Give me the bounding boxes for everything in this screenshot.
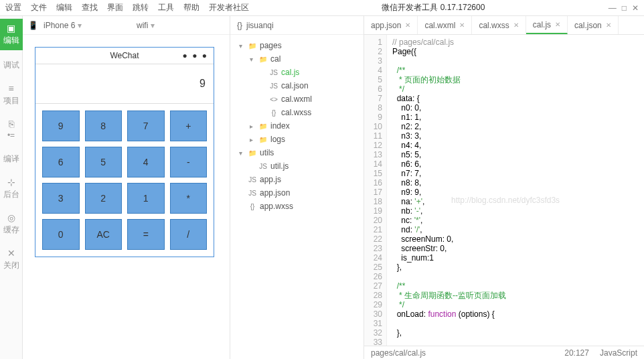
sidebar-icon: ▣ — [7, 23, 15, 33]
device-toolbar: 📱 iPhone 6 ▾ wifi ▾ — [23, 16, 230, 35]
calc-key[interactable]: 9 — [42, 111, 80, 141]
tree-node[interactable]: <>cal.wxml — [230, 92, 364, 106]
status-bar: pages/cal/cal.js 20:127 JavaScript — [364, 346, 644, 359]
file-icon: 📁 — [258, 123, 268, 130]
sidebar-item[interactable]: ▣编辑 — [0, 19, 23, 50]
editor-tab[interactable]: cal.json✕ — [568, 16, 619, 34]
status-lang: JavaScript — [600, 348, 637, 358]
calc-key[interactable]: + — [170, 111, 208, 141]
sidebar-item[interactable]: 调试 — [0, 54, 23, 75]
network-select[interactable]: wifi ▾ — [137, 21, 224, 30]
menu-item[interactable]: 帮助 — [183, 3, 199, 12]
close-tab-icon[interactable]: ✕ — [459, 21, 465, 29]
tree-node[interactable]: JSapp.js — [230, 173, 364, 186]
expand-icon: ▾ — [246, 56, 256, 63]
menu-item[interactable]: 开发者社区 — [209, 3, 249, 12]
calc-key[interactable]: 5 — [85, 147, 123, 177]
sidebar-item[interactable]: ≡项目 — [0, 79, 23, 111]
menu-item[interactable]: 跳转 — [133, 3, 149, 12]
file-icon: JS — [248, 176, 257, 184]
file-icon: 📁 — [258, 56, 268, 63]
chevron-down-icon: ▾ — [151, 21, 155, 30]
sidebar-icon: ≡ — [8, 83, 13, 94]
calc-key[interactable]: 3 — [42, 183, 80, 214]
menu-item[interactable]: 文件 — [31, 3, 47, 12]
left-sidebar: ▣编辑调试≡项目⎘•=编译⊹后台◎缓存✕关闭 — [0, 16, 23, 359]
calc-key[interactable]: = — [127, 219, 165, 250]
window-title: 微信开发者工具 0.17.172600 — [268, 2, 599, 13]
minimize-icon[interactable]: — — [609, 3, 617, 13]
file-icon: 📁 — [258, 136, 268, 143]
calc-key[interactable]: - — [170, 147, 208, 177]
close-tab-icon[interactable]: ✕ — [513, 21, 519, 29]
calc-key[interactable]: * — [170, 183, 208, 214]
tree-node[interactable]: JScal.js — [230, 66, 364, 79]
file-icon: JS — [248, 190, 257, 197]
tree-node[interactable]: ▸📁index — [230, 119, 364, 133]
file-icon: JS — [269, 82, 278, 90]
sidebar-item[interactable]: ⎘•= — [0, 115, 23, 144]
calc-key[interactable]: 1 — [127, 183, 165, 214]
sidebar-item[interactable]: ⊹后台 — [0, 173, 23, 204]
sidebar-item[interactable]: ◎缓存 — [0, 208, 23, 240]
expand-icon: ▾ — [236, 42, 245, 50]
menu-item[interactable]: 设置 — [5, 3, 21, 12]
calc-key[interactable]: / — [170, 219, 208, 250]
expand-icon: ▸ — [246, 136, 256, 143]
calc-key[interactable]: 8 — [85, 111, 123, 141]
editor-tab[interactable]: cal.wxml✕ — [418, 16, 472, 34]
tree-node[interactable]: ▸📁logs — [230, 133, 364, 146]
calc-key[interactable]: 7 — [127, 111, 165, 141]
tree-node[interactable]: JSutil.js — [230, 159, 364, 173]
tree-node[interactable]: {}cal.wxss — [230, 106, 364, 119]
close-tab-icon[interactable]: ✕ — [405, 21, 410, 29]
calc-key[interactable]: AC — [85, 219, 123, 250]
menu-item[interactable]: 界面 — [107, 3, 123, 12]
menu-item[interactable]: 编辑 — [56, 3, 72, 12]
sidebar-icon: ◎ — [7, 212, 15, 223]
expand-icon: ▾ — [236, 149, 245, 157]
sidebar-item[interactable]: 编译 — [0, 148, 23, 169]
calc-key[interactable]: 4 — [127, 147, 165, 177]
code-area[interactable]: 1234567891011121314151617181920212223242… — [364, 35, 644, 346]
expand-icon: ▸ — [246, 123, 256, 130]
editor-tab[interactable]: app.json✕ — [364, 16, 418, 34]
calc-key[interactable]: 6 — [42, 147, 80, 177]
chevron-down-icon: ▾ — [78, 21, 82, 30]
status-pos: 20:127 — [564, 348, 589, 358]
tree-node[interactable]: ▾📁pages — [230, 39, 364, 52]
calc-key[interactable]: 2 — [85, 183, 123, 214]
tree-node[interactable]: {}app.wxss — [230, 200, 364, 213]
device-select[interactable]: iPhone 6 ▾ — [44, 21, 131, 30]
sidebar-icon: ⎘ — [9, 119, 14, 129]
file-icon: JS — [269, 69, 278, 76]
tree-node[interactable]: JScal.json — [230, 79, 364, 92]
editor-tab[interactable]: cal.js✕ — [526, 16, 568, 34]
wechat-title: WeChat — [110, 51, 139, 60]
close-icon[interactable]: ✕ — [632, 3, 639, 13]
file-icon: JS — [258, 163, 268, 170]
calc-key[interactable]: 0 — [42, 219, 80, 250]
menu-item[interactable]: 工具 — [158, 3, 174, 12]
file-icon: <> — [269, 96, 278, 103]
phone-preview: WeChat ● ● ● 9 987+654-321*0AC=/ — [35, 47, 214, 257]
sidebar-item[interactable]: ✕关闭 — [0, 244, 23, 275]
menubar: 设置文件编辑查找界面跳转工具帮助开发者社区 微信开发者工具 0.17.17260… — [0, 0, 644, 16]
editor-tab[interactable]: cal.wxss✕ — [472, 16, 526, 34]
simulator-panel: 📱 iPhone 6 ▾ wifi ▾ WeChat ● ● ● 9 987+6… — [23, 16, 230, 359]
tree-node[interactable]: ▾📁utils — [230, 146, 364, 159]
tree-node[interactable]: JSapp.json — [230, 186, 364, 200]
more-icon[interactable]: ● ● ● — [183, 51, 208, 60]
sidebar-icon: ✕ — [7, 248, 15, 259]
phone-icon: 📱 — [28, 21, 38, 30]
menu-item[interactable]: 查找 — [82, 3, 98, 12]
file-tree-panel: {} jisuanqi ▾📁pages▾📁calJScal.jsJScal.js… — [230, 16, 364, 359]
tree-node[interactable]: ▾📁cal — [230, 52, 364, 66]
calc-display: 9 — [35, 64, 214, 104]
close-tab-icon[interactable]: ✕ — [606, 21, 611, 29]
file-icon: {} — [269, 109, 278, 117]
maximize-icon[interactable]: □ — [622, 3, 627, 13]
braces-icon: {} — [237, 21, 242, 30]
close-tab-icon[interactable]: ✕ — [555, 21, 560, 28]
file-icon: 📁 — [248, 149, 257, 157]
